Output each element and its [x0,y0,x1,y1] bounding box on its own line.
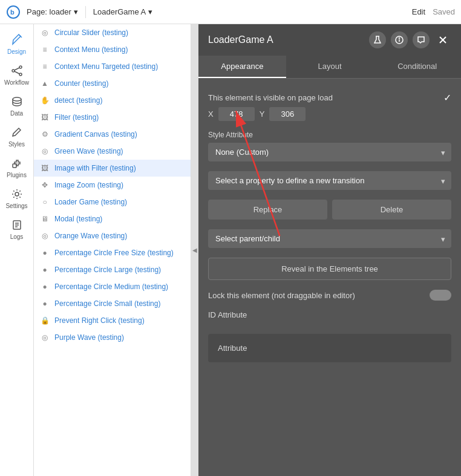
radio-icon: ◎ [40,333,50,342]
list-item[interactable]: ● Percentage Circle Small (testing) [34,295,191,312]
menu-icon: ≡ [40,62,50,71]
style-attribute-row: Style Attribute None (Custom) [208,131,451,161]
dot-icon: ● [40,265,50,275]
svg-point-4 [19,66,22,68]
y-input[interactable] [269,107,306,121]
list-item[interactable]: 🖥 Modal (testing) [34,210,191,227]
dot-icon: ● [40,248,50,258]
list-item[interactable]: ● Percentage Circle Medium (testing) [34,278,191,295]
list-item[interactable]: 🔒 Prevent Right Click (testing) [34,312,191,329]
list-item[interactable]: ▲ Counter (testing) [34,75,191,92]
list-item[interactable]: ● Percentage Circle Free Size (testing) [34,244,191,261]
replace-button[interactable]: Replace [208,200,327,220]
transition-select[interactable]: Select a property to define a new transi… [208,171,451,190]
panel-content: This element is visible on page load ✓ X… [198,79,461,372]
chat-icon-button[interactable] [413,31,430,48]
list-item[interactable]: ≡ Context Menu Targeted (testing) [34,58,191,75]
triangle-icon: ▲ [40,79,50,88]
list-item[interactable]: ⚙ Gradient Canvas (testing) [34,126,191,143]
svg-point-3 [12,70,15,72]
reveal-elements-button[interactable]: Reveal in the Elements tree [208,258,451,280]
panel-title: LoaderGame A [208,34,273,45]
tab-appearance[interactable]: Appearance [198,56,286,78]
topbar-divider [85,6,86,18]
page-selector[interactable]: Page: loader ▾ [27,7,78,16]
list-item-loader-game[interactable]: ○ Loader Game (testing) [34,194,191,210]
topbar: b Page: loader ▾ LoaderGame A ▾ Edit Sav… [0,0,461,24]
y-label: Y [260,109,265,119]
style-attribute-dropdown[interactable]: None (Custom) [208,143,451,161]
sidebar-item-settings[interactable]: Settings [0,183,33,214]
main-area: Design Workflow Data Styles [0,24,461,476]
app-selector[interactable]: LoaderGame A ▾ [93,7,152,16]
dot-icon: ● [40,282,50,292]
tab-conditional[interactable]: Conditional [373,56,461,78]
list-item[interactable]: ● Percentage Circle Large (testing) [34,261,191,278]
page-label: Page: loader [27,7,71,16]
sidebar-item-design[interactable]: Design [0,29,33,60]
visibility-row: This element is visible on page load ✓ [208,88,451,107]
attribute-label: Attribute [218,344,247,353]
logs-label: Logs [10,233,24,240]
app-label: LoaderGame A [93,7,146,16]
panel-header-icons [369,31,451,48]
list-item[interactable]: ◎ Green Wave (testing) [34,143,191,160]
svg-rect-9 [13,164,16,168]
gear-icon: ⚙ [40,129,50,139]
parent-child-select[interactable]: Select parent/child [208,229,451,248]
flask-icon-button[interactable] [369,31,386,48]
list-item[interactable]: ≡ Context Menu (testing) [34,41,191,58]
monitor-icon: 🖥 [40,214,50,224]
lock-icon: 🔒 [40,316,50,325]
menu-icon: ≡ [40,45,50,54]
svg-point-20 [399,38,400,39]
visibility-checkmark[interactable]: ✓ [443,92,451,103]
sidebar-item-styles[interactable]: Styles [0,122,33,152]
edit-button[interactable]: Edit [412,7,425,16]
tab-layout[interactable]: Layout [286,56,374,78]
list-item[interactable]: ✥ Image Zoom (testing) [34,177,191,194]
visibility-label: This element is visible on page load [208,93,333,102]
sidebar-item-logs[interactable]: Logs [0,214,33,245]
x-input[interactable] [218,107,255,121]
data-label: Data [10,110,23,117]
sidebar-collapse-handle[interactable]: ◀ [191,24,198,476]
design-label: Design [7,48,26,55]
svg-text:b: b [10,8,15,16]
delete-button[interactable]: Delete [332,200,451,220]
list-item-image-with-filter[interactable]: 🖼 Image with Filter (testing) [34,160,191,177]
image-filter-icon: 🖼 [40,163,50,173]
coordinates-row: X Y [208,107,451,121]
move-icon: ✥ [40,180,50,190]
style-attribute-select[interactable]: None (Custom) [208,143,451,161]
close-icon-button[interactable] [434,31,451,48]
panel-header: LoaderGame A [198,24,461,56]
parent-child-dropdown[interactable]: Select parent/child [208,229,451,248]
id-attribute-section: ID Attribute [208,310,451,319]
lock-label: Lock this element (not draggable in edit… [208,291,355,300]
list-item[interactable]: 🖼 Filter (testing) [34,109,191,126]
workflow-label: Workflow [4,79,29,86]
transition-dropdown[interactable]: Select a property to define a new transi… [208,171,451,190]
list-item[interactable]: ◎ Circular Slider (testing) [34,24,191,41]
svg-point-10 [15,192,19,196]
settings-label: Settings [5,203,27,209]
id-attribute-label: ID Attribute [208,310,451,319]
sidebar-item-workflow[interactable]: Workflow [0,60,33,91]
parent-child-row: Select parent/child [208,229,451,248]
sidebar-item-plugins[interactable]: Plugins [0,152,33,183]
list-item[interactable]: ◎ Orange Wave (testing) [34,227,191,244]
radio-icon: ◎ [40,231,50,241]
svg-line-7 [15,71,19,74]
list-item[interactable]: ✋ detect (testing) [34,92,191,109]
topbar-actions: Edit Saved [412,7,455,16]
app-logo: b [6,5,21,19]
info-icon-button[interactable] [391,31,408,48]
attribute-section: Attribute [208,334,451,362]
lock-toggle[interactable] [430,290,451,301]
page-chevron-icon: ▾ [74,7,78,16]
style-attribute-label: Style Attribute [208,131,451,139]
properties-panel: LoaderGame A [198,24,461,476]
sidebar-item-data[interactable]: Data [0,91,33,122]
list-item[interactable]: ◎ Purple Wave (testing) [34,329,191,346]
